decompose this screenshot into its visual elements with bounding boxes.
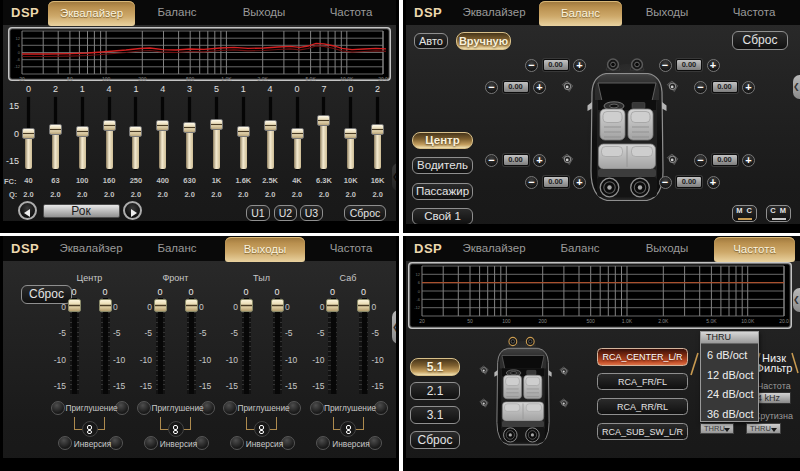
svg-text:500: 500 [186, 76, 195, 82]
svg-text:50: 50 [67, 76, 73, 82]
svg-text:1.0K: 1.0K [622, 318, 633, 324]
svg-text:10.0K: 10.0K [340, 76, 354, 82]
svg-text:5.0K: 5.0K [305, 76, 316, 82]
svg-text:50: 50 [467, 318, 473, 324]
svg-text:-12: -12 [14, 64, 21, 69]
svg-text:10.0K: 10.0K [741, 318, 755, 324]
svg-text:5.0K: 5.0K [706, 318, 717, 324]
svg-text:200: 200 [539, 318, 548, 324]
svg-text:100: 100 [102, 76, 111, 82]
svg-text:500: 500 [587, 318, 596, 324]
svg-text:-12: -12 [414, 305, 421, 310]
svg-text:1.0K: 1.0K [221, 76, 232, 82]
svg-text:12: 12 [16, 36, 21, 41]
svg-text:20.0: 20.0 [779, 318, 789, 324]
svg-text:200: 200 [138, 76, 147, 82]
svg-text:2.0K: 2.0K [258, 76, 269, 82]
svg-text:2.0K: 2.0K [658, 318, 669, 324]
svg-text:20: 20 [419, 318, 425, 324]
svg-text:20: 20 [19, 76, 25, 82]
svg-text:100: 100 [502, 318, 511, 324]
svg-text:20.0: 20.0 [378, 76, 388, 82]
svg-text:12: 12 [416, 272, 421, 277]
